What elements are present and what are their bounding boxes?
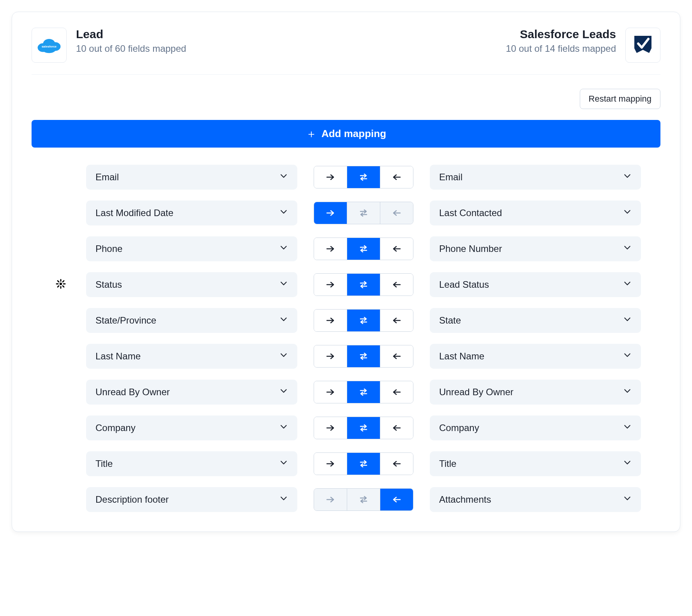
right-field-select[interactable]: Phone Number (430, 236, 641, 261)
right-source-text: Salesforce Leads 10 out of 14 fields map… (506, 28, 616, 54)
right-field-select[interactable]: State (430, 308, 641, 333)
right-field-select[interactable]: Lead Status (430, 272, 641, 297)
gear-icon[interactable] (56, 279, 66, 290)
arrow-right-icon (325, 244, 335, 254)
sync-right-button[interactable] (314, 417, 347, 439)
right-field-select[interactable]: Last Name (430, 344, 641, 369)
chevron-down-icon (279, 315, 288, 326)
right-field-select[interactable]: Company (430, 415, 641, 440)
mapping-card: salesforce Lead 10 out of 60 fields mapp… (12, 12, 680, 532)
sync-left-button[interactable] (380, 166, 413, 188)
arrow-left-icon (392, 423, 402, 433)
right-field-select[interactable]: Email (430, 165, 641, 190)
chevron-down-icon (623, 315, 632, 326)
right-field-label: Attachments (439, 494, 491, 505)
sync-right-button[interactable] (314, 202, 347, 224)
left-field-label: Last Name (95, 351, 141, 362)
arrow-left-icon (392, 172, 402, 182)
sync-right-button[interactable] (314, 166, 347, 188)
chevron-down-icon (623, 208, 632, 218)
arrow-both-icon (358, 280, 369, 290)
sync-right-button[interactable] (314, 381, 347, 403)
sync-both-button[interactable] (347, 310, 380, 331)
sync-left-button[interactable] (380, 417, 413, 439)
restart-mapping-button[interactable]: Restart mapping (580, 89, 660, 109)
left-field-select[interactable]: Unread By Owner (86, 380, 297, 405)
mapping-row: TitleTitle (51, 451, 641, 476)
sync-left-button[interactable] (380, 489, 413, 510)
left-field-select[interactable]: State/Province (86, 308, 297, 333)
direction-toggle (314, 345, 413, 368)
sync-right-button[interactable] (314, 310, 347, 331)
left-field-select[interactable]: Phone (86, 236, 297, 261)
right-field-label: Email (439, 172, 463, 183)
left-field-select[interactable]: Title (86, 451, 297, 476)
left-field-select[interactable]: Description footer (86, 487, 297, 512)
left-field-label: Last Modified Date (95, 208, 173, 218)
direction-toggle (314, 381, 413, 403)
direction-toggle (314, 488, 413, 511)
sync-both-button[interactable] (347, 166, 380, 188)
sync-right-button[interactable] (314, 274, 347, 296)
direction-toggle (314, 417, 413, 439)
arrow-right-icon (325, 459, 335, 469)
direction-toggle (314, 202, 413, 224)
arrow-left-icon (392, 387, 402, 397)
sync-both-button[interactable] (347, 381, 380, 403)
arrow-both-icon (358, 172, 369, 182)
chevron-down-icon (623, 243, 632, 254)
arrow-right-icon (325, 351, 335, 361)
mapping-row: Description footerAttachments (51, 487, 641, 512)
sync-right-button[interactable] (314, 453, 347, 475)
sync-right-button[interactable] (314, 238, 347, 260)
sync-both-button[interactable] (347, 238, 380, 260)
chevron-down-icon (279, 422, 288, 433)
direction-toggle (314, 166, 413, 188)
chevron-down-icon (623, 458, 632, 469)
left-field-select[interactable]: Status (86, 272, 297, 297)
left-field-select[interactable]: Email (86, 165, 297, 190)
right-field-select[interactable]: Last Contacted (430, 201, 641, 225)
sync-left-button[interactable] (380, 238, 413, 260)
sync-left-button[interactable] (380, 381, 413, 403)
right-field-label: Lead Status (439, 279, 489, 290)
left-field-label: State/Province (95, 315, 156, 326)
sync-right-button[interactable] (314, 345, 347, 367)
right-field-label: Company (439, 422, 479, 433)
sync-left-button[interactable] (380, 345, 413, 367)
chevron-down-icon (279, 387, 288, 398)
right-field-select[interactable]: Unread By Owner (430, 380, 641, 405)
chevron-down-icon (623, 172, 632, 183)
direction-toggle (314, 238, 413, 260)
gear-glyph (56, 279, 66, 289)
svg-text:salesforce: salesforce (42, 45, 57, 48)
add-mapping-button[interactable]: ＋ Add mapping (32, 120, 660, 148)
sync-left-button[interactable] (380, 310, 413, 331)
right-field-label: State (439, 315, 461, 326)
mapping-row: Last NameLast Name (51, 344, 641, 369)
arrow-both-icon (358, 351, 369, 361)
sync-both-button[interactable] (347, 417, 380, 439)
left-field-label: Phone (95, 243, 122, 254)
sync-both-button[interactable] (347, 274, 380, 296)
sync-left-button[interactable] (380, 274, 413, 296)
sync-left-button[interactable] (380, 453, 413, 475)
arrow-both-icon (358, 459, 369, 469)
left-field-select[interactable]: Last Modified Date (86, 201, 297, 225)
sync-both-button[interactable] (347, 453, 380, 475)
right-field-select[interactable]: Attachments (430, 487, 641, 512)
target-logo (625, 28, 660, 63)
arrow-right-icon (325, 280, 335, 290)
right-field-select[interactable]: Title (430, 451, 641, 476)
arrow-both-icon (358, 244, 369, 254)
left-field-select[interactable]: Company (86, 415, 297, 440)
left-field-select[interactable]: Last Name (86, 344, 297, 369)
arrow-right-icon (325, 423, 335, 433)
arrow-both-icon (358, 423, 369, 433)
mapping-row: PhonePhone Number (51, 236, 641, 261)
left-field-label: Email (95, 172, 119, 183)
right-field-label: Last Contacted (439, 208, 502, 218)
sync-both-button[interactable] (347, 345, 380, 367)
right-source-subtitle: 10 out of 14 fields mapped (506, 43, 616, 54)
chevron-down-icon (623, 351, 632, 362)
